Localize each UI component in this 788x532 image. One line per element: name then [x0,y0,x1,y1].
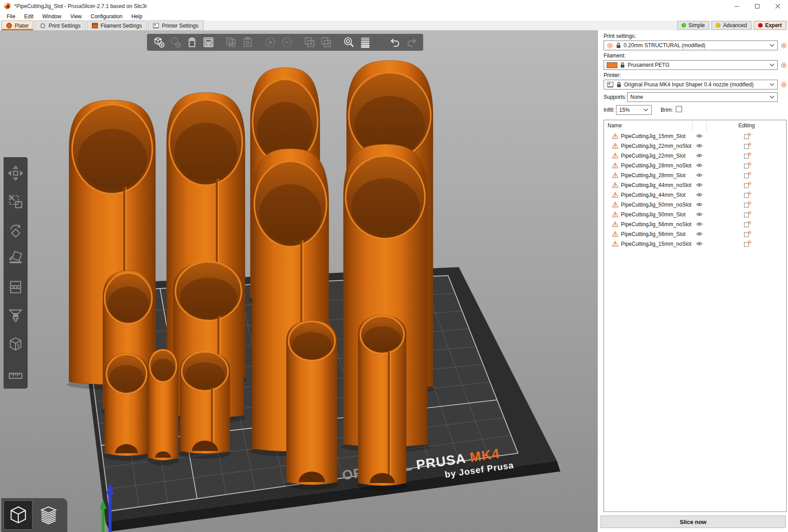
object-list-row[interactable]: PipeCuttingJig_22mm_noSlot [604,141,786,151]
editing-icon[interactable] [744,142,751,150]
eye-icon[interactable] [696,143,703,150]
editing-icon[interactable] [744,221,751,229]
measure-tool-button[interactable] [4,358,28,387]
search-button[interactable] [340,34,357,51]
preview-view-button[interactable] [34,501,62,529]
edit-print-settings-button[interactable] [780,42,788,49]
model-tube[interactable] [104,353,150,461]
add-object-button[interactable] [151,34,167,51]
eye-icon[interactable] [696,173,703,179]
delete-all-button[interactable] [184,34,200,51]
delete-object-button[interactable] [167,34,184,51]
brim-checkbox[interactable] [676,106,682,112]
eye-icon[interactable] [696,192,703,199]
eye-icon[interactable] [696,202,703,208]
object-list-row[interactable]: PipeCuttingJig_56mm_Slot [604,229,786,239]
arrange-button[interactable] [200,34,216,51]
paste-button[interactable] [239,34,256,51]
maximize-button[interactable] [747,0,768,12]
editing-icon[interactable] [744,191,751,199]
move-icon [8,165,24,181]
eye-icon[interactable] [696,231,703,238]
editing-icon[interactable] [744,240,751,248]
menu-edit[interactable]: Edit [20,13,38,20]
filament-combo[interactable]: Prusament PETG [604,60,778,70]
object-list[interactable]: Name Editing PipeCuttingJig_15mm_SlotPip… [604,120,787,512]
minimize-button[interactable] [727,0,747,12]
tab-printer-settings[interactable]: Printer Settings [148,20,203,30]
editing-icon[interactable] [744,231,751,239]
copy-button[interactable] [223,34,239,51]
split-parts-button[interactable]: P [318,34,334,51]
editing-icon[interactable] [744,211,751,219]
add-instance-button[interactable] [262,34,278,51]
object-list-row[interactable]: PipeCuttingJig_56mm_noSlot [604,219,786,229]
slice-now-button[interactable]: Slice now [600,516,786,528]
object-list-row[interactable]: PipeCuttingJig_44mm_Slot [604,190,786,200]
eye-icon[interactable] [696,183,703,189]
object-list-row[interactable]: PipeCuttingJig_44mm_noSlot [604,180,786,190]
eye-icon[interactable] [696,212,703,218]
menu-help[interactable]: Help [127,13,147,20]
menu-view[interactable]: View [66,13,86,20]
mode-simple[interactable]: Simple [677,21,710,30]
mode-advanced[interactable]: Advanced [711,21,751,30]
remove-instance-button[interactable] [278,34,295,51]
object-list-row[interactable]: PipeCuttingJig_22mm_Slot [604,151,786,161]
seam-cube-icon [8,336,24,352]
editing-icon[interactable] [744,182,751,190]
model-tube[interactable] [285,321,339,490]
warning-icon [612,241,618,248]
eye-icon[interactable] [696,163,703,169]
menu-bar: File Edit Window View Configuration Help [0,12,788,20]
object-list-row[interactable]: PipeCuttingJig_15mm_Slot [604,131,786,141]
editing-icon[interactable] [744,201,751,209]
eye-icon[interactable] [696,134,703,140]
eye-icon[interactable] [696,153,703,159]
edit-printer-button[interactable] [780,81,788,89]
scale-tool-button[interactable] [4,187,28,216]
right-panel: Print settings: 0.20mm STRUCTURAL (modif… [597,30,788,532]
close-button[interactable] [768,0,788,12]
menu-window[interactable]: Window [38,13,66,20]
object-list-row[interactable]: PipeCuttingJig_28mm_Slot [604,171,786,180]
model-tube[interactable] [357,315,407,491]
eye-icon[interactable] [696,222,703,228]
3d-scene[interactable]: ORIGINALPRUSAMK4 by Josef Prusa [0,30,597,532]
tab-filament-settings[interactable]: Filament Settings [87,20,147,30]
3d-viewport[interactable]: ORIGINALPRUSAMK4 by Josef Prusa [0,30,597,532]
editing-icon[interactable] [744,162,751,170]
mode-expert[interactable]: Expert [754,21,786,30]
rotate-tool-button[interactable] [4,216,28,244]
seam-tool-button[interactable] [4,330,28,358]
undo-button[interactable] [387,34,403,51]
cut-tool-button[interactable] [4,273,28,301]
editing-icon[interactable] [744,133,751,141]
print-settings-combo[interactable]: 0.20mm STRUCTURAL (modified) [604,41,778,50]
menu-configuration[interactable]: Configuration [86,13,127,20]
object-list-row[interactable]: PipeCuttingJig_50mm_Slot [604,210,786,219]
editing-icon[interactable] [744,172,751,180]
split-objects-button[interactable]: O [301,34,318,51]
eye-icon[interactable] [696,241,703,248]
object-list-row[interactable]: PipeCuttingJig_28mm_noSlot [604,161,786,171]
object-list-row[interactable]: PipeCuttingJig_50mm_noSlot [604,200,786,210]
place-on-face-tool-button[interactable] [4,244,28,273]
redo-button[interactable] [403,34,420,51]
edit-filament-button[interactable] [780,61,788,69]
title-bar[interactable]: *PipeCuttingJig_Slot - PrusaSlicer-2.7.1… [0,0,788,12]
tab-plater[interactable]: Plater [1,20,33,30]
variable-layer-height-button[interactable] [357,34,373,51]
editing-icon[interactable] [744,152,751,160]
model-tube[interactable] [179,352,231,459]
paint-support-tool-button[interactable] [4,301,28,330]
move-tool-button[interactable] [4,159,28,187]
menu-file[interactable]: File [2,13,20,20]
printer-combo[interactable]: Original Prusa MK4 Input Shaper 0.4 nozz… [604,80,778,89]
object-list-row[interactable]: PipeCuttingJig_15mm_noSlot [604,239,786,249]
supports-dropdown[interactable]: None [627,92,778,102]
model-tube[interactable] [147,349,179,465]
editor-view-button[interactable] [4,501,32,529]
tab-print-settings[interactable]: Print Settings [35,20,85,30]
infill-dropdown[interactable]: 15% [616,105,652,115]
